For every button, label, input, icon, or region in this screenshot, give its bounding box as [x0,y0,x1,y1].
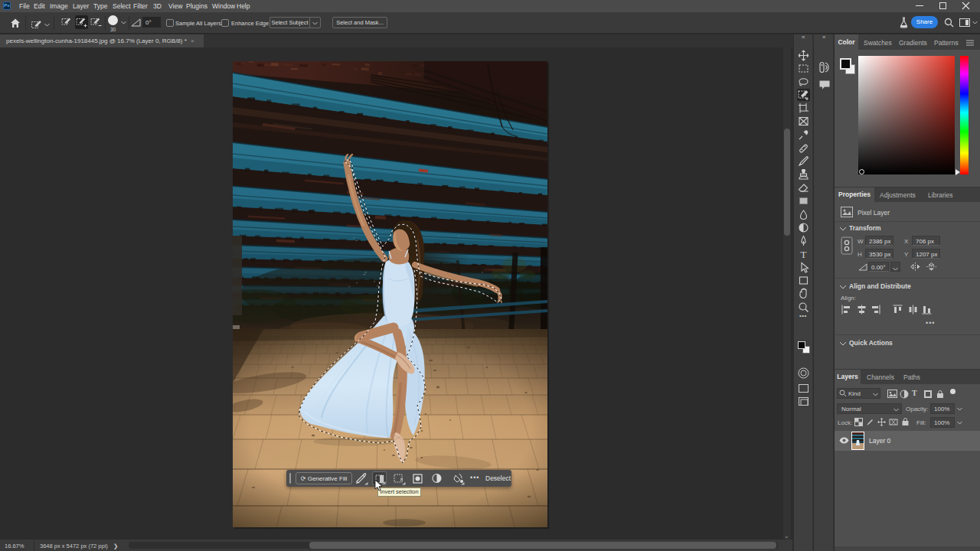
svg-text:T: T [801,249,807,260]
